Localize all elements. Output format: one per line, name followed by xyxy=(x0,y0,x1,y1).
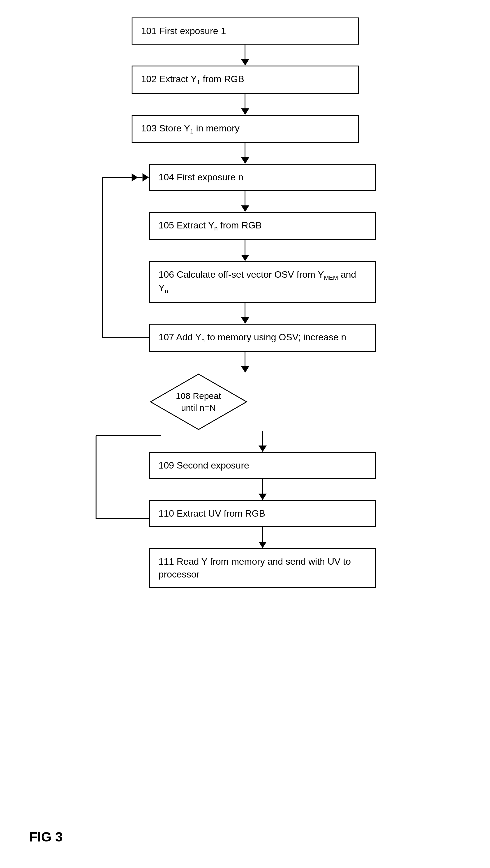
arrow-down xyxy=(241,255,249,261)
box-105-label: 105 Extract Yn from RGB xyxy=(159,220,262,230)
diagram-container: 101 First exposure 1 102 Extract Y1 from… xyxy=(0,0,490,868)
connector xyxy=(244,44,246,59)
box-103: 103 Store Y1 in memory xyxy=(132,115,359,143)
box-106: 106 Calculate off-set vector OSV from YM… xyxy=(149,261,376,303)
figure-label: FIG 3 xyxy=(29,829,63,845)
diamond-108-label: 108 Repeatuntil n=N xyxy=(169,390,228,414)
box-110-label: 110 Extract UV from RGB xyxy=(159,508,265,519)
arrow-down xyxy=(241,206,249,212)
box-111: 111 Read Y from memory and send with UV … xyxy=(149,548,376,588)
arrow-down xyxy=(241,366,249,373)
box-104: 104 First exposure n xyxy=(149,164,376,191)
connector xyxy=(244,143,246,157)
connector xyxy=(244,240,246,255)
connector xyxy=(244,352,246,366)
arrow-down xyxy=(241,317,249,324)
arrow-down xyxy=(259,542,267,548)
arrow-down xyxy=(241,59,249,66)
box-111-label: 111 Read Y from memory and send with UV … xyxy=(159,556,351,579)
connector xyxy=(262,479,263,494)
box-104-label: 104 First exposure n xyxy=(159,172,244,182)
box-107-label: 107 Add Yn to memory using OSV; increase… xyxy=(159,332,347,342)
flow-section: 101 First exposure 1 102 Extract Y1 from… xyxy=(0,18,490,617)
box-105: 105 Extract Yn from RGB xyxy=(149,212,376,240)
box-110: 110 Extract UV from RGB xyxy=(149,500,376,527)
box-109-label: 109 Second exposure xyxy=(159,460,249,471)
connector xyxy=(262,527,263,542)
connector xyxy=(244,191,246,206)
box-106-label: 106 Calculate off-set vector OSV from YM… xyxy=(159,269,356,293)
arrow-down xyxy=(259,445,267,452)
box-101-label: 101 First exposure 1 xyxy=(141,26,226,36)
box-102: 102 Extract Y1 from RGB xyxy=(132,66,359,94)
box-109: 109 Second exposure xyxy=(149,452,376,479)
loop-arrow xyxy=(114,174,138,182)
arrow-down xyxy=(241,157,249,164)
flowchart: 101 First exposure 1 102 Extract Y1 from… xyxy=(0,0,490,617)
arrow-down xyxy=(241,108,249,115)
connector xyxy=(262,431,263,445)
connector xyxy=(244,94,246,108)
box-102-label: 102 Extract Y1 from RGB xyxy=(141,74,244,84)
connector xyxy=(244,303,246,317)
box-101: 101 First exposure 1 xyxy=(132,18,359,44)
box-107: 107 Add Yn to memory using OSV; increase… xyxy=(149,324,376,352)
box-103-label: 103 Store Y1 in memory xyxy=(141,123,240,133)
arrow-down xyxy=(259,494,267,500)
diamond-wrapper: 108 Repeatuntil n=N xyxy=(114,373,376,431)
